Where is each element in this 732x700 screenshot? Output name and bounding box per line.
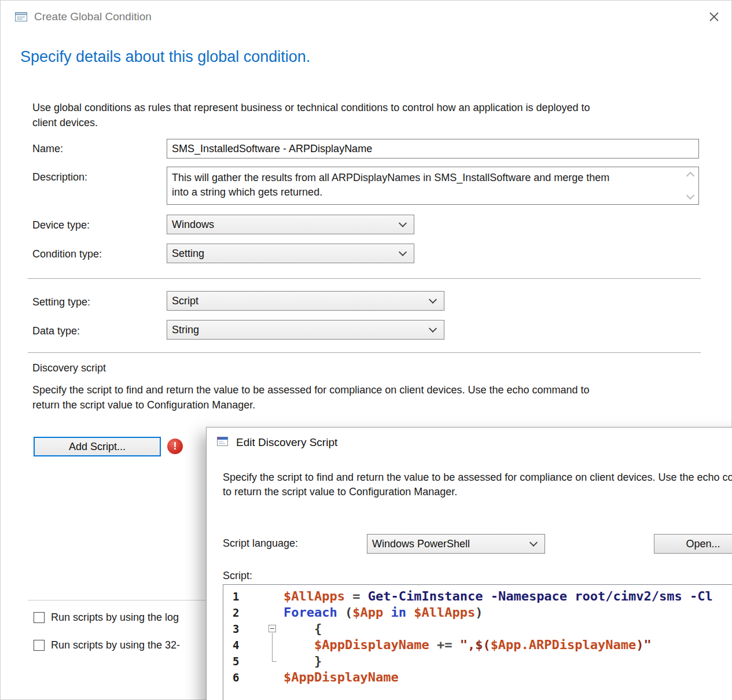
- discovery-script-heading: Discovery script: [32, 362, 106, 374]
- fold-guide: [266, 653, 284, 669]
- name-input[interactable]: [167, 139, 699, 159]
- condition-type-value: Setting: [172, 248, 204, 260]
- discovery-instructions-line: return the script value to Configuration…: [32, 397, 590, 412]
- checkbox-label: Run scripts by using the log: [51, 611, 203, 624]
- page-title: Specify details about this global condit…: [20, 48, 310, 66]
- setting-type-label: Setting type:: [32, 296, 90, 308]
- intro-line: client devices.: [32, 115, 590, 130]
- data-type-value: String: [172, 324, 199, 336]
- error-icon: !: [167, 439, 183, 454]
- window-titlebar: Create Global Condition: [1, 1, 731, 34]
- code-text: $AllApps = Get-CimInstance -Namespace ro…: [284, 588, 713, 605]
- edit-dialog-instructions-line: Specify the script to find and return th…: [223, 470, 732, 485]
- description-label: Description:: [32, 171, 87, 183]
- discovery-instructions-line: Specify the script to find and return th…: [32, 382, 590, 397]
- name-label: Name:: [32, 143, 63, 155]
- add-script-button[interactable]: Add Script...: [34, 437, 161, 456]
- code-text: $AppDisplayName: [284, 669, 399, 686]
- data-type-select[interactable]: String: [167, 320, 444, 340]
- chevron-down-icon: [399, 219, 407, 227]
- setting-type-value: Script: [172, 295, 198, 307]
- line-number: 6: [223, 669, 266, 686]
- code-line: 1$AllApps = Get-CimInstance -Namespace r…: [223, 588, 732, 605]
- description-textarea[interactable]: This will gather the results from all AR…: [167, 167, 699, 205]
- data-type-label: Data type:: [32, 325, 80, 337]
- chevron-down-icon: [399, 248, 407, 256]
- device-type-label: Device type:: [32, 219, 90, 231]
- open-button[interactable]: Open...: [654, 534, 732, 554]
- discovery-instructions: Specify the script to find and return th…: [32, 382, 590, 412]
- intro-text: Use global conditions as rules that repr…: [32, 100, 590, 130]
- line-number: 4: [223, 637, 266, 653]
- divider: [28, 352, 701, 353]
- code-line: 6$AppDisplayName: [223, 669, 732, 686]
- script-language-select[interactable]: Windows PowerShell: [367, 534, 545, 554]
- intro-line: Use global conditions as rules that repr…: [32, 100, 590, 115]
- divider: [28, 600, 206, 600]
- window-icon: [14, 11, 28, 23]
- run-scripts-logged-on-user-row: Run scripts by using the log: [34, 611, 203, 624]
- code-editor-lines: 1$AllApps = Get-CimInstance -Namespace r…: [223, 588, 732, 686]
- script-language-value: Windows PowerShell: [372, 538, 470, 550]
- script-language-label: Script language:: [223, 537, 298, 550]
- device-type-value: Windows: [172, 219, 214, 231]
- create-global-condition-window: Create Global Condition Specify details …: [0, 0, 732, 700]
- close-icon: [707, 10, 721, 24]
- window-title: Create Global Condition: [34, 10, 152, 23]
- code-text: }: [284, 653, 322, 669]
- close-button[interactable]: [705, 8, 723, 27]
- run-scripts-32bit-row: Run scripts by using the 32-: [34, 639, 203, 651]
- scroll-down-icon[interactable]: [686, 191, 694, 200]
- line-number: 1: [223, 588, 266, 605]
- code-line: 3{: [223, 621, 732, 637]
- scroll-up-icon[interactable]: [686, 172, 694, 180]
- fold-guide: [266, 605, 284, 621]
- description-line: This will gather the results from all AR…: [172, 171, 679, 185]
- code-text: {: [284, 621, 322, 637]
- edit-dialog-titlebar: Edit Discovery Script: [216, 436, 337, 450]
- device-type-select[interactable]: Windows: [167, 215, 414, 234]
- checkbox-label: Run scripts by using the 32-: [51, 639, 203, 651]
- description-line: into a string which gets returned.: [172, 185, 679, 200]
- run-scripts-32bit-checkbox[interactable]: [34, 640, 45, 651]
- fold-collapse-icon[interactable]: [266, 621, 284, 637]
- condition-type-label: Condition type:: [32, 248, 102, 260]
- line-number: 2: [223, 605, 266, 621]
- script-editor[interactable]: 1$AllApps = Get-CimInstance -Namespace r…: [223, 584, 732, 700]
- code-line: 2Foreach ($App in $AllApps): [223, 605, 732, 621]
- chevron-down-icon: [529, 539, 538, 547]
- edit-dialog-instructions-line: to return the script value to Configurat…: [223, 485, 732, 499]
- chevron-down-icon: [429, 325, 437, 333]
- edit-dialog-instructions: Specify the script to find and return th…: [223, 470, 732, 499]
- code-line: 4$AppDisplayName += ",$($App.ARPDisplayN…: [223, 637, 732, 653]
- fold-guide: [266, 669, 284, 686]
- code-text: $AppDisplayName += ",$($App.ARPDisplayNa…: [284, 637, 652, 653]
- edit-dialog-title: Edit Discovery Script: [236, 436, 337, 449]
- code-line: 5}: [223, 653, 732, 669]
- script-label: Script:: [223, 570, 252, 582]
- divider: [28, 278, 701, 279]
- condition-type-select[interactable]: Setting: [167, 244, 414, 263]
- line-number: 3: [223, 621, 266, 637]
- fold-guide: [266, 637, 284, 653]
- setting-type-select[interactable]: Script: [167, 291, 444, 311]
- code-text: Foreach ($App in $AllApps): [284, 605, 483, 621]
- edit-discovery-script-dialog: Edit Discovery Script Specify the script…: [206, 427, 732, 700]
- fold-guide: [266, 588, 284, 605]
- edit-dialog-icon: [216, 436, 229, 450]
- line-number: 5: [223, 653, 266, 669]
- run-scripts-logged-on-user-checkbox[interactable]: [34, 612, 45, 623]
- chevron-down-icon: [429, 296, 437, 304]
